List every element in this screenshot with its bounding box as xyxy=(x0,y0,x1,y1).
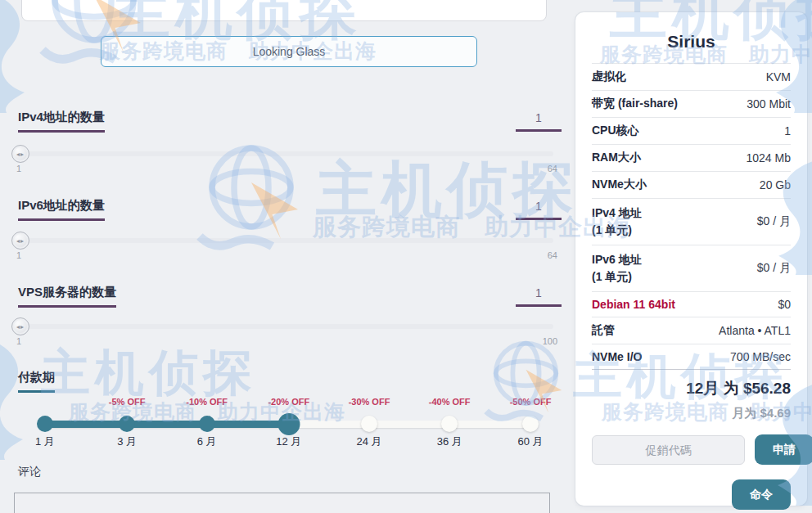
row-label-os: Debian 11 64bit xyxy=(592,298,675,311)
order-button[interactable]: 命令 xyxy=(732,479,791,510)
month-label: 24 月 xyxy=(356,434,381,449)
payment-dot-6m[interactable] xyxy=(199,416,215,432)
row-sublabel: (1 单元) xyxy=(592,222,642,239)
payment-dot-12m-selected[interactable] xyxy=(277,413,300,435)
previous-section-box xyxy=(21,0,547,21)
summary-row-bandwidth: 带宽 (fair-share) 300 Mbit xyxy=(592,90,791,117)
row-label: CPU核心 xyxy=(592,124,639,138)
row-label: NVMe大小 xyxy=(592,178,647,192)
order-summary-card: Sirius 虚拟化 KVM 带宽 (fair-share) 300 Mbit … xyxy=(575,12,807,506)
row-label: NVMe I/O xyxy=(592,350,642,363)
order-row: 命令 xyxy=(592,479,791,510)
row-value: 700 MB/sec xyxy=(730,350,791,363)
slider-max-ipv4: 64 xyxy=(548,164,557,173)
payment-period-label: 付款期 xyxy=(18,370,55,393)
slider-track-vps[interactable] xyxy=(13,324,553,329)
slider-value-vps[interactable]: 1 xyxy=(516,286,562,307)
payment-dot-24m[interactable] xyxy=(361,416,377,432)
row-sublabel: (1 单元) xyxy=(592,268,642,286)
summary-row-ipv4: IPv4 地址 (1 单元) $0 / 月 xyxy=(592,198,791,245)
payment-dot-60m[interactable] xyxy=(522,416,539,432)
month-label: 36 月 xyxy=(437,434,462,449)
row-value: 300 Mbit xyxy=(747,97,791,110)
payment-period-slider: 1 月 -5% OFF 3 月 -10% OFF 6 月 -20% OFF 12… xyxy=(18,397,557,449)
row-label: IPv6 地址 xyxy=(592,251,642,268)
discount-label: -50% OFF xyxy=(510,397,552,407)
apply-promo-button[interactable]: 申請 xyxy=(755,434,812,465)
summary-row-os: Debian 11 64bit $0 xyxy=(592,291,791,317)
period-total: 12月 为 $56.28 xyxy=(592,378,791,399)
comments-textarea[interactable] xyxy=(14,493,550,513)
discount-label: -10% OFF xyxy=(186,397,228,407)
summary-row-cpu: CPU核心 1 xyxy=(592,117,791,144)
payment-dot-1m[interactable] xyxy=(37,416,53,432)
row-value: 20 Gb xyxy=(760,178,791,191)
slider-label-ipv4: IPv4地址的数量 xyxy=(18,110,105,133)
slider-handle-ipv4[interactable]: ◂▸ xyxy=(11,145,29,163)
row-label: 託管 xyxy=(592,323,615,338)
slider-handle-ipv6[interactable]: ◂▸ xyxy=(11,232,29,250)
promo-row: 申請 xyxy=(592,434,791,465)
looking-glass-button[interactable]: Looking Glass xyxy=(101,36,477,67)
row-value: KVM xyxy=(766,70,791,83)
slider-track-ipv4[interactable] xyxy=(13,151,553,156)
slider-track-ipv6[interactable] xyxy=(13,238,553,243)
row-value: Atlanta • ATL1 xyxy=(719,324,791,337)
row-label: 带宽 (fair-share) xyxy=(592,97,678,111)
row-label: IPv4 地址 xyxy=(592,205,642,222)
slider-min-vps: 1 xyxy=(16,336,21,346)
monthly-total: 月为 $4.69 xyxy=(592,406,791,421)
row-value: 1024 Mb xyxy=(747,151,791,164)
slider-value-ipv6[interactable]: 1 xyxy=(516,200,562,220)
summary-row-nvme-size: NVMe大小 20 Gb xyxy=(592,171,791,198)
slider-max-vps: 100 xyxy=(543,336,557,346)
payment-dot-36m[interactable] xyxy=(441,416,458,432)
month-label: 6 月 xyxy=(197,434,217,449)
month-label: 1 月 xyxy=(35,434,55,449)
comments-label: 评论 xyxy=(18,465,41,479)
month-label: 12 月 xyxy=(276,434,301,449)
slider-min-ipv6: 1 xyxy=(16,250,21,260)
slider-label-ipv6: IPv6地址的数量 xyxy=(18,198,105,221)
month-label: 3 月 xyxy=(117,434,137,449)
slider-value-ipv4[interactable]: 1 xyxy=(516,111,562,132)
totals-block: 12月 为 $56.28 月为 $4.69 xyxy=(592,370,791,421)
summary-row-nvme-io: NVMe I/O 700 MB/sec xyxy=(592,344,791,369)
discount-label: -20% OFF xyxy=(268,397,309,407)
slider-min-ipv4: 1 xyxy=(16,164,21,173)
payment-dot-3m[interactable] xyxy=(119,416,135,432)
summary-row-ram: RAM大小 1024 Mb xyxy=(592,144,791,171)
row-value: 1 xyxy=(784,124,791,137)
slider-max-ipv6: 64 xyxy=(548,250,557,260)
summary-row-virtualization: 虚拟化 KVM xyxy=(592,63,791,90)
discount-label: -30% OFF xyxy=(349,397,390,407)
discount-label: -5% OFF xyxy=(109,397,146,407)
slider-label-vps: VPS服务器的数量 xyxy=(18,285,116,308)
row-value: $0 / 月 xyxy=(757,214,791,229)
slider-handle-vps[interactable]: ◂▸ xyxy=(11,317,29,335)
payment-track-active xyxy=(45,421,289,428)
row-value: $0 / 月 xyxy=(757,261,791,276)
summary-row-location: 託管 Atlanta • ATL1 xyxy=(592,317,791,344)
row-label: RAM大小 xyxy=(592,151,641,165)
plan-title: Sirius xyxy=(592,24,791,63)
row-label: 虚拟化 xyxy=(592,70,626,84)
row-value: $0 xyxy=(778,298,791,311)
order-config-page: Looking Glass IPv4地址的数量 1 ◂▸ 1 64 IPv6地址… xyxy=(0,0,812,513)
promo-code-input[interactable] xyxy=(592,435,745,465)
summary-row-ipv6: IPv6 地址 (1 单元) $0 / 月 xyxy=(592,245,791,291)
month-label: 60 月 xyxy=(518,434,544,449)
discount-label: -40% OFF xyxy=(429,397,471,407)
